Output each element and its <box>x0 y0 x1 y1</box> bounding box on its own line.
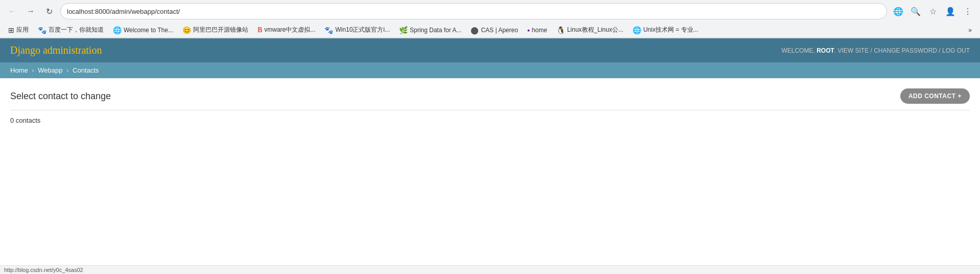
baidu-icon: 🐾 <box>38 26 46 34</box>
back-button[interactable]: ← <box>5 4 19 18</box>
breadcrumb-webapp-link[interactable]: Webapp <box>38 66 62 74</box>
bookmark-cas-label: CAS | Apereo <box>481 27 518 34</box>
bookmark-cas[interactable]: ⬤ CAS | Apereo <box>466 25 522 36</box>
header-sep2: / <box>939 47 942 54</box>
forward-button[interactable]: → <box>24 4 38 18</box>
breadcrumb-home-link[interactable]: Home <box>10 66 28 74</box>
add-contact-label: ADD CONTACT <box>908 93 956 100</box>
home-icon: ▪ <box>527 26 530 34</box>
url-text: localhost:8000/admin/webapp/contact/ <box>67 8 880 15</box>
django-header: Django administration WELCOME, ROOT. VIE… <box>0 38 980 62</box>
address-bar[interactable]: localhost:8000/admin/webapp/contact/ <box>60 3 887 19</box>
django-header-right: WELCOME, ROOT. VIEW SITE / CHANGE PASSWO… <box>781 47 970 54</box>
content-header: Select contact to change ADD CONTACT + <box>10 88 970 104</box>
bookmark-baidu-label: 百度一下，你就知道 <box>49 26 104 34</box>
bookmark-win10-label: Win10正式版官方i... <box>335 26 390 34</box>
translate-icon[interactable]: 🌐 <box>891 4 905 18</box>
search-icon[interactable]: 🔍 <box>908 4 923 18</box>
breadcrumb-sep2: › <box>66 66 68 74</box>
content-divider <box>10 110 970 110</box>
bookmark-home-label: home <box>532 27 547 34</box>
breadcrumb: Home › Webapp › Contacts <box>0 62 980 78</box>
alibaba-icon: 😊 <box>182 26 191 34</box>
bookmark-linux[interactable]: 🐧 Linux教程_Linux公... <box>552 24 627 36</box>
bookmark-win10[interactable]: 🐾 Win10正式版官方i... <box>320 24 394 36</box>
welcome-prefix: WELCOME, <box>781 47 816 54</box>
bookmark-welcome-label: Welcome to The... <box>124 27 173 34</box>
spring-icon: 🌿 <box>399 26 408 34</box>
bookmark-apps-label: 应用 <box>16 26 29 34</box>
bookmark-vmware[interactable]: B vmware中文虚拟... <box>253 24 319 36</box>
bookmark-unix[interactable]: 🌐 Unix技术网 = 专业... <box>628 24 703 36</box>
bookmark-alibaba-label: 阿里巴巴开源镜像站 <box>193 26 248 34</box>
browser-chrome: ← → ↻ localhost:8000/admin/webapp/contac… <box>0 0 980 38</box>
browser-toolbar: ← → ↻ localhost:8000/admin/webapp/contac… <box>0 0 980 22</box>
bookmark-unix-label: Unix技术网 = 专业... <box>643 26 698 34</box>
bookmarks-more-button[interactable]: » <box>964 25 976 35</box>
browser-icons: 🌐 🔍 ☆ 👤 ⋮ <box>891 4 975 18</box>
win10-icon: 🐾 <box>324 26 333 34</box>
django-content: Select contact to change ADD CONTACT + 0… <box>0 78 980 134</box>
bookmark-apps[interactable]: ⊞ 应用 <box>4 24 33 36</box>
cas-icon: ⬤ <box>471 26 479 34</box>
welcome-icon: 🌐 <box>113 26 122 34</box>
breadcrumb-sep1: › <box>32 66 34 74</box>
change-password-link[interactable]: CHANGE PASSWORD <box>874 47 937 54</box>
bookmark-spring[interactable]: 🌿 Spring Data for A... <box>395 25 465 36</box>
apps-icon: ⊞ <box>8 26 14 34</box>
add-contact-plus-icon: + <box>958 93 962 100</box>
bookmark-linux-label: Linux教程_Linux公... <box>567 26 623 34</box>
logout-link[interactable]: LOG OUT <box>942 47 970 54</box>
bookmark-alibaba[interactable]: 😊 阿里巴巴开源镜像站 <box>178 24 252 36</box>
reload-button[interactable]: ↻ <box>42 4 56 18</box>
django-title: Django administration <box>10 44 102 56</box>
vmware-icon: B <box>258 26 262 34</box>
menu-icon[interactable]: ⋮ <box>961 4 975 18</box>
bookmarks-bar: ⊞ 应用 🐾 百度一下，你就知道 🌐 Welcome to The... 😊 阿… <box>0 22 980 38</box>
contact-count: 0 contacts <box>10 117 970 124</box>
add-contact-button[interactable]: ADD CONTACT + <box>900 88 970 104</box>
bookmark-welcome[interactable]: 🌐 Welcome to The... <box>109 25 177 36</box>
unix-icon: 🌐 <box>633 26 641 34</box>
bookmark-spring-label: Spring Data for A... <box>410 27 461 34</box>
page-title: Select contact to change <box>10 91 111 102</box>
bookmark-home[interactable]: ▪ home <box>523 25 551 36</box>
breadcrumb-current: Contacts <box>73 66 99 74</box>
account-icon[interactable]: 👤 <box>943 4 958 18</box>
bookmark-icon[interactable]: ☆ <box>926 4 940 18</box>
bookmark-vmware-label: vmware中文虚拟... <box>264 26 315 34</box>
bookmark-baidu[interactable]: 🐾 百度一下，你就知道 <box>34 24 108 36</box>
linux-icon: 🐧 <box>556 26 565 34</box>
view-site-link[interactable]: VIEW SITE <box>837 47 869 54</box>
username: ROOT <box>816 47 834 54</box>
